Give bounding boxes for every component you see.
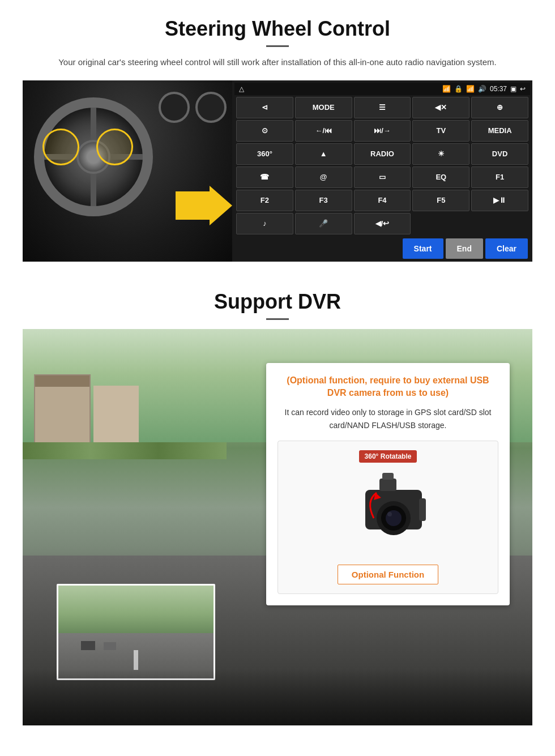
dvr-divider: [266, 318, 289, 320]
hu-button-grid: ⊲ MODE ☰ ◀✕ ⊕ ⊙ ←/⏮ ⏭/→ TV MEDIA 360° ▲ …: [234, 95, 530, 236]
hu-btn-f3[interactable]: F3: [295, 190, 352, 211]
inset-car: [81, 641, 95, 650]
building-1: [34, 374, 91, 454]
description-text: It can record video only to storage in G…: [278, 406, 498, 432]
time-display: 05:37: [490, 85, 507, 93]
hu-btn-dvd[interactable]: DVD: [471, 143, 528, 165]
inset-car2: [104, 642, 116, 650]
gauges: [159, 92, 227, 137]
hu-bottom-row: Start End Clear: [234, 236, 530, 261]
right-button-highlight: [96, 129, 133, 165]
dvr-composite: (Optional function, require to buy exter…: [23, 329, 532, 725]
hu-btn-f2[interactable]: F2: [236, 190, 293, 211]
optional-text: (Optional function, require to buy exter…: [278, 374, 498, 400]
hu-btn-f1[interactable]: F1: [471, 166, 528, 188]
hu-empty-1: [412, 213, 469, 234]
hu-statusbar-right: 📶 🔒 📶 🔊 05:37 ▣ ↩: [442, 85, 526, 93]
dvr-title: Support DVR: [23, 290, 532, 314]
home-icon: △: [239, 85, 244, 93]
steering-title: Steering Wheel Control: [23, 17, 532, 41]
hu-btn-mic[interactable]: 🎤: [295, 213, 352, 234]
hedge: [23, 442, 227, 459]
hu-btn-tv[interactable]: TV: [412, 120, 469, 142]
steering-wheel: [34, 97, 153, 216]
hu-btn-next[interactable]: ⏭/→: [354, 120, 411, 142]
hu-btn-music[interactable]: ♪: [236, 213, 293, 234]
svg-marker-0: [176, 186, 232, 225]
wifi-icon: 📶: [442, 85, 451, 93]
hu-btn-browser[interactable]: @: [295, 166, 352, 188]
volume-icon: 🔊: [478, 85, 486, 93]
hu-btn-apps[interactable]: ⊕: [471, 97, 528, 118]
clear-button[interactable]: Clear: [485, 238, 528, 259]
camera-badge: 360° Rotatable: [359, 450, 417, 463]
hu-empty-2: [471, 213, 528, 234]
headunit-ui: △ 📶 🔒 📶 🔊 05:37 ▣ ↩ ⊲ MODE ☰ ◀✕: [232, 80, 532, 262]
svg-rect-6: [379, 479, 396, 491]
camera-illustration: [331, 467, 445, 558]
hu-statusbar: △ 📶 🔒 📶 🔊 05:37 ▣ ↩: [234, 83, 530, 95]
dvr-infobox: (Optional function, require to buy exter…: [266, 363, 510, 606]
camera-box: 360° Rotatable: [278, 441, 498, 594]
optional-function-button[interactable]: Optional Function: [338, 565, 438, 584]
signal-icon: 📶: [466, 85, 475, 93]
hu-btn-settings[interactable]: ⊙: [236, 120, 293, 142]
steering-description: Your original car's steering wheel contr…: [34, 56, 521, 69]
svg-rect-7: [382, 473, 394, 480]
hu-btn-f5[interactable]: F5: [412, 190, 469, 211]
steering-composite: △ 📶 🔒 📶 🔊 05:37 ▣ ↩ ⊲ MODE ☰ ◀✕: [23, 80, 532, 262]
hu-btn-menu[interactable]: ☰: [354, 97, 411, 118]
hu-btn-media[interactable]: MEDIA: [471, 120, 528, 142]
svg-point-5: [387, 512, 392, 516]
dvr-inset-photo: [57, 584, 215, 680]
hu-btn-back[interactable]: ◀/↩: [354, 213, 411, 234]
hu-btn-f4[interactable]: F4: [354, 190, 411, 211]
yellow-arrow: [176, 186, 232, 228]
hu-btn-prev[interactable]: ←/⏮: [295, 120, 352, 142]
end-button[interactable]: End: [446, 238, 483, 259]
title-divider: [266, 45, 289, 47]
hu-btn-playpause[interactable]: ▶⏸: [471, 190, 528, 211]
hu-btn-nav[interactable]: ⊲: [236, 97, 293, 118]
hu-btn-radio[interactable]: RADIO: [354, 143, 411, 165]
hu-btn-mute[interactable]: ◀✕: [412, 97, 469, 118]
hu-btn-mode[interactable]: MODE: [295, 97, 352, 118]
lock-icon: 🔒: [454, 85, 463, 93]
svg-rect-8: [419, 498, 426, 521]
hu-btn-360[interactable]: 360°: [236, 143, 293, 165]
hu-btn-eq[interactable]: EQ: [412, 166, 469, 188]
dvr-section: Support DVR: [0, 273, 555, 737]
window-icon: ▣: [510, 85, 516, 93]
start-button[interactable]: Start: [403, 238, 443, 259]
steering-photo: [23, 80, 232, 262]
hu-btn-eject[interactable]: ▲: [295, 143, 352, 165]
hu-btn-brightness[interactable]: ☀: [412, 143, 469, 165]
hu-btn-phone[interactable]: ☎: [236, 166, 293, 188]
back-icon: ↩: [520, 85, 526, 93]
steering-section: Steering Wheel Control Your original car…: [0, 0, 555, 273]
left-button-highlight: [42, 129, 79, 165]
hu-btn-screen[interactable]: ▭: [354, 166, 411, 188]
hu-statusbar-left: △: [239, 85, 244, 93]
road-line: [134, 650, 138, 670]
